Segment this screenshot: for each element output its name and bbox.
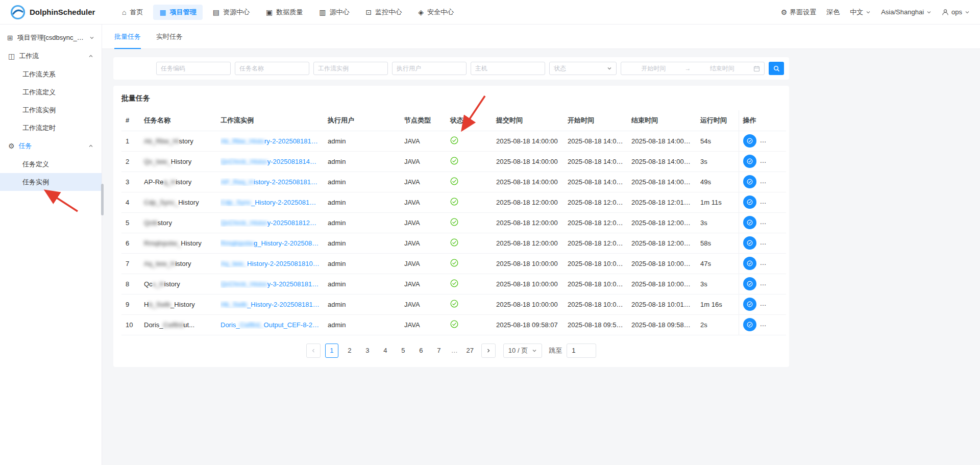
executor-cell: admin xyxy=(324,233,400,253)
page-size-select[interactable]: 10 / 页 xyxy=(503,344,542,358)
workflow-instance-input[interactable] xyxy=(313,62,388,75)
force-success-button[interactable] xyxy=(743,216,756,229)
workflow-instance-link[interactable]: Rmqlnpotwg_History-2-2025081812000 xyxy=(220,239,320,247)
sidebar-item-task-definition[interactable]: 任务定义 xyxy=(0,155,102,173)
host-input[interactable] xyxy=(471,62,545,75)
pagination-page-2[interactable]: 2 xyxy=(343,344,356,358)
status-success-icon xyxy=(450,300,458,308)
download-log-button[interactable] xyxy=(777,277,787,290)
force-success-button[interactable] xyxy=(743,298,756,311)
workflow-instance-link[interactable]: Cdp_Sync_History-2-2025081812000 xyxy=(220,199,320,206)
pagination-page-7[interactable]: 7 xyxy=(432,344,446,358)
sidebar-project-select[interactable]: ⊞ 项目管理[csdbsync_g7] xyxy=(0,29,102,47)
download-log-button[interactable] xyxy=(777,236,787,250)
workflow-instance-link[interactable]: AP_Req_History-2-2025081814000 xyxy=(220,178,320,186)
nav-item-project[interactable]: ▦项目管理 xyxy=(153,5,202,20)
download-log-button[interactable] xyxy=(777,216,787,229)
download-log-button[interactable] xyxy=(777,155,787,168)
sidebar-item-task-instance[interactable]: 任务实例 xyxy=(0,173,102,191)
workflow-instance-link[interactable]: Doris_Cwfllrd_Output_CEF-8-20250 xyxy=(220,321,320,329)
force-success-button[interactable] xyxy=(743,134,756,148)
monitor-icon: ⊡ xyxy=(365,9,372,16)
workflow-instance-link[interactable]: Hb_Swlb_History-2-2025081810000 xyxy=(220,301,320,308)
visible-text: g_History-2-2025081812000 xyxy=(254,239,320,247)
language-select[interactable]: 中文 xyxy=(850,8,871,17)
force-success-button[interactable] xyxy=(743,195,756,209)
download-icon xyxy=(780,219,787,226)
force-success-button[interactable] xyxy=(743,318,756,331)
nav-item-source[interactable]: ▥源中心 xyxy=(313,5,355,20)
nav-item-security[interactable]: ◈安全中心 xyxy=(412,5,460,20)
theme-toggle[interactable]: 深色 xyxy=(826,8,840,17)
download-log-button[interactable] xyxy=(777,134,787,148)
sidebar-item-workflow-definition[interactable]: 工作流定义 xyxy=(0,83,102,101)
pagination-next-button[interactable] xyxy=(481,344,496,358)
nav-item-monitor[interactable]: ⊡监控中心 xyxy=(359,5,408,20)
download-log-button[interactable] xyxy=(777,318,787,331)
sidebar-section-task[interactable]: ⚙任务 xyxy=(0,137,102,155)
date-range-picker[interactable]: 开始时间 → 结束时间 xyxy=(621,62,765,75)
tab-batch[interactable]: 批量任务 xyxy=(114,25,141,48)
check-icon xyxy=(746,321,753,328)
sidebar-item-workflow-instance[interactable]: 工作流实例 xyxy=(0,101,102,119)
download-log-button[interactable] xyxy=(777,195,787,209)
nav-item-resource[interactable]: ▤资源中心 xyxy=(207,5,256,20)
download-icon xyxy=(780,280,787,287)
task-table: #任务名称工作流实例执行用户节点类型状态提交时间开始时间结束时间运行时间操作 1… xyxy=(121,110,786,335)
force-success-button[interactable] xyxy=(743,236,756,250)
pagination-page-27[interactable]: 27 xyxy=(463,344,477,358)
timezone-select[interactable]: Asia/Shanghai xyxy=(881,8,932,16)
submit-time-cell: 2025-08-18 14:00:00 xyxy=(492,151,564,172)
nav-item-quality[interactable]: ▣数据质量 xyxy=(260,5,309,20)
sidebar-section-workflow[interactable]: ◫工作流 xyxy=(0,47,102,65)
force-success-button[interactable] xyxy=(743,277,756,290)
sidebar-item-workflow-relation[interactable]: 工作流关系 xyxy=(0,65,102,83)
duration-cell: 49s xyxy=(696,172,739,192)
task-name-cell: AP-Req_History xyxy=(140,172,216,192)
pagination-page-5[interactable]: 5 xyxy=(397,344,410,358)
pagination-page-3[interactable]: 3 xyxy=(361,344,374,358)
state-select[interactable]: 状态 xyxy=(549,62,617,75)
download-icon xyxy=(780,199,787,206)
tab-realtime[interactable]: 实时任务 xyxy=(156,25,183,48)
download-log-button[interactable] xyxy=(777,175,787,188)
jump-page-input[interactable] xyxy=(567,344,596,358)
redacted-text: x_H xyxy=(153,280,164,288)
workflow-instance-link[interactable]: QcChrck_History-20250818140000486 xyxy=(220,158,320,165)
search-button[interactable] xyxy=(769,62,784,75)
pagination-prev-button[interactable] xyxy=(306,344,321,358)
start-time-cell: 2025-08-18 09:58:07 xyxy=(564,314,627,335)
force-success-button[interactable] xyxy=(743,175,756,188)
task-name-input[interactable] xyxy=(235,62,309,75)
pagination: 1234567…2710 / 页跳至 xyxy=(121,344,781,358)
workflow-instance-link[interactable]: Aq_lww_History-2-2025081810000 xyxy=(220,260,320,267)
workflow-instance-link[interactable]: QcChrck_History-3-20250818100000397 xyxy=(220,280,320,288)
pagination-page-6[interactable]: 6 xyxy=(414,344,428,358)
workflow-instance-link[interactable]: Ab_Rbw_History-2-2025081814000 xyxy=(220,137,320,145)
end-time-cell: 2025-08-18 12:00:04 xyxy=(627,212,696,233)
brand[interactable]: DolphinScheduler xyxy=(10,5,105,20)
sidebar-menu: ◫工作流工作流关系工作流定义工作流实例工作流定时⚙任务任务定义任务实例 xyxy=(0,47,102,191)
pagination-page-1[interactable]: 1 xyxy=(325,344,338,358)
sidebar-scrollbar[interactable] xyxy=(101,184,104,215)
workflow-instance-link[interactable]: QcChrck_History-20250818120000572 xyxy=(220,219,320,227)
pagination-page-4[interactable]: 4 xyxy=(379,344,392,358)
executor-input[interactable] xyxy=(392,62,467,75)
brand-name: DolphinScheduler xyxy=(30,8,95,16)
operations-cell xyxy=(739,233,786,253)
download-log-button[interactable] xyxy=(777,298,787,311)
download-log-button[interactable] xyxy=(777,257,787,270)
status-success-icon xyxy=(450,157,458,165)
force-success-button[interactable] xyxy=(743,257,756,270)
task-code-input[interactable] xyxy=(156,62,231,75)
row-index: 2 xyxy=(121,151,140,172)
nav-item-home[interactable]: ⌂首页 xyxy=(116,5,149,20)
check-icon xyxy=(746,158,753,165)
ui-settings-button[interactable]: ⚙ 界面设置 xyxy=(781,8,817,17)
table-row: 6Rmqlnpotw_HistoryRmqlnpotwg_History-2-2… xyxy=(121,233,786,253)
user-menu[interactable]: ops xyxy=(942,8,970,16)
force-success-button[interactable] xyxy=(743,155,756,168)
status-cell xyxy=(446,294,492,314)
sidebar-item-workflow-timing[interactable]: 工作流定时 xyxy=(0,119,102,137)
table-body: 1Ab_Rbw_HistoryAb_Rbw_History-2-20250818… xyxy=(121,131,786,335)
